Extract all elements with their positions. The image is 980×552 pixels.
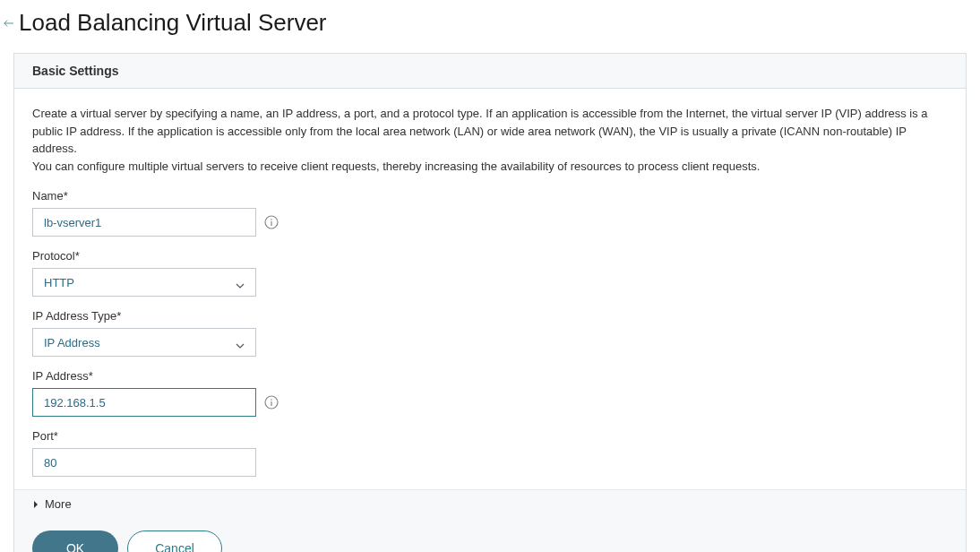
ip-address-type-label: IP Address Type* — [32, 309, 948, 323]
cancel-button[interactable]: Cancel — [127, 530, 222, 552]
info-icon[interactable] — [263, 214, 279, 230]
svg-point-1 — [271, 219, 272, 220]
name-label: Name* — [32, 189, 948, 203]
description-line2: You can configure multiple virtual serve… — [32, 160, 760, 173]
panel-header: Basic Settings — [14, 54, 966, 89]
svg-point-4 — [271, 399, 272, 401]
protocol-value: HTTP — [44, 276, 74, 289]
more-section[interactable]: More — [14, 489, 966, 518]
ok-button[interactable]: OK — [32, 530, 118, 552]
page-header: Load Balancing Virtual Server — [0, 9, 967, 37]
protocol-label: Protocol* — [32, 249, 948, 263]
name-input[interactable] — [32, 208, 256, 237]
port-input[interactable] — [32, 448, 256, 477]
page-title: Load Balancing Virtual Server — [19, 9, 327, 37]
name-form-group: Name* — [32, 189, 948, 237]
description-line1: Create a virtual server by specifying a … — [32, 107, 928, 155]
ip-address-type-select[interactable]: IP Address — [32, 328, 256, 357]
ip-address-label: IP Address* — [32, 369, 948, 383]
info-icon[interactable] — [263, 394, 279, 410]
ip-address-input[interactable] — [32, 388, 256, 417]
port-form-group: Port* — [32, 429, 948, 477]
panel-description: Create a virtual server by specifying a … — [32, 105, 948, 175]
ip-address-form-group: IP Address* — [32, 369, 948, 417]
back-arrow-icon[interactable] — [0, 13, 13, 33]
more-label: More — [45, 497, 72, 511]
port-label: Port* — [32, 429, 948, 443]
svg-rect-5 — [271, 401, 271, 406]
protocol-form-group: Protocol* HTTP — [32, 249, 948, 297]
caret-right-icon — [32, 500, 39, 509]
chevron-down-icon — [236, 338, 245, 347]
button-bar: OK Cancel — [14, 518, 966, 552]
svg-rect-2 — [271, 221, 271, 226]
ip-address-type-value: IP Address — [44, 336, 100, 349]
protocol-select[interactable]: HTTP — [32, 268, 256, 297]
ip-address-type-form-group: IP Address Type* IP Address — [32, 309, 948, 357]
chevron-down-icon — [236, 278, 245, 287]
basic-settings-panel: Basic Settings Create a virtual server b… — [13, 53, 967, 552]
